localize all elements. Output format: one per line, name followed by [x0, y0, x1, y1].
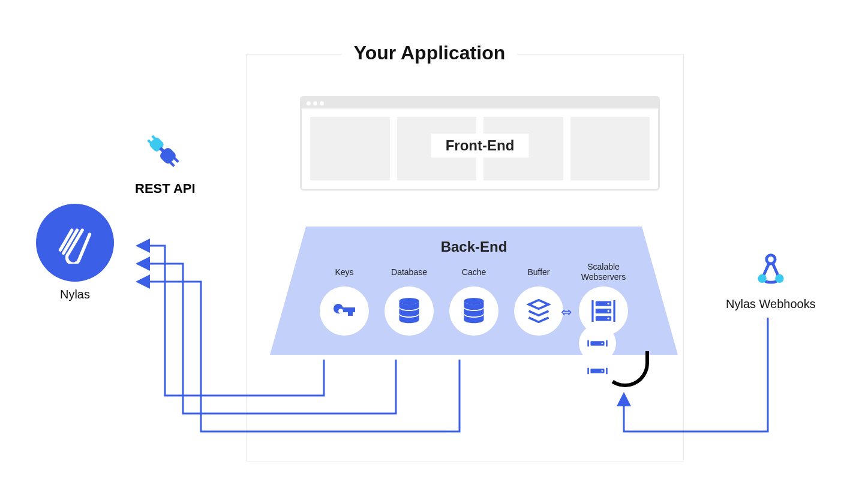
backend-item-cache: Cache — [449, 262, 498, 336]
be-label: Scalable Webservers — [581, 262, 626, 282]
svg-rect-18 — [173, 156, 179, 163]
server-circle — [579, 286, 628, 336]
rest-api-label: REST API — [135, 181, 196, 197]
webhooks-node: Nylas Webhooks — [726, 252, 816, 311]
be-label: Database — [391, 262, 427, 282]
browser-dot-icon — [320, 101, 324, 105]
browser-dot-icon — [313, 101, 317, 105]
backend-container: Back-End Keys Database — [270, 227, 678, 355]
server-row-icon — [587, 339, 608, 348]
rest-api-node: REST API — [135, 132, 196, 197]
cache-circle — [449, 286, 498, 336]
backend-item-keys: Keys — [320, 262, 369, 336]
svg-point-6 — [608, 303, 609, 304]
browser-bar — [302, 98, 658, 108]
nylas-label: Nylas — [36, 288, 114, 301]
frontend-browser: Front-End — [300, 96, 660, 191]
paperclip-icon — [54, 222, 96, 264]
architecture-diagram: Your Application Front-End Back-End Keys — [0, 0, 859, 504]
app-title: Your Application — [342, 42, 517, 64]
svg-point-7 — [608, 310, 609, 312]
be-label: Buffer — [527, 262, 549, 282]
backend-item-buffer: Buffer — [514, 262, 563, 336]
key-icon — [330, 297, 359, 325]
frontend-label: Front-End — [431, 134, 529, 158]
database-icon — [396, 297, 422, 325]
browser-dot-icon — [307, 101, 311, 105]
webhook-icon — [752, 252, 790, 290]
database-icon — [461, 297, 487, 325]
svg-point-2 — [464, 298, 484, 304]
webhooks-label: Nylas Webhooks — [726, 297, 816, 311]
svg-point-1 — [400, 298, 419, 304]
svg-point-10 — [601, 343, 603, 345]
sync-arrows-icon: ⇔ — [561, 304, 572, 320]
svg-point-22 — [775, 274, 783, 283]
svg-point-21 — [758, 274, 766, 283]
be-label: Cache — [462, 262, 486, 282]
svg-point-8 — [608, 318, 609, 319]
plug-icon — [144, 132, 186, 174]
nylas-node: Nylas — [36, 204, 114, 301]
svg-point-20 — [767, 255, 775, 264]
layers-icon — [525, 297, 552, 325]
backend-title: Back-End — [270, 239, 678, 255]
nylas-logo-icon — [36, 204, 114, 282]
keys-circle — [320, 286, 369, 336]
backend-item-database: Database — [385, 262, 434, 336]
server-row-icon — [587, 367, 608, 375]
frontend-column — [310, 117, 390, 180]
be-label: Keys — [335, 262, 353, 282]
buffer-circle — [514, 286, 563, 336]
servers-icon — [590, 297, 617, 325]
database-circle — [385, 286, 434, 336]
svg-rect-17 — [169, 161, 175, 167]
svg-point-12 — [601, 370, 603, 372]
frontend-column — [570, 117, 650, 180]
